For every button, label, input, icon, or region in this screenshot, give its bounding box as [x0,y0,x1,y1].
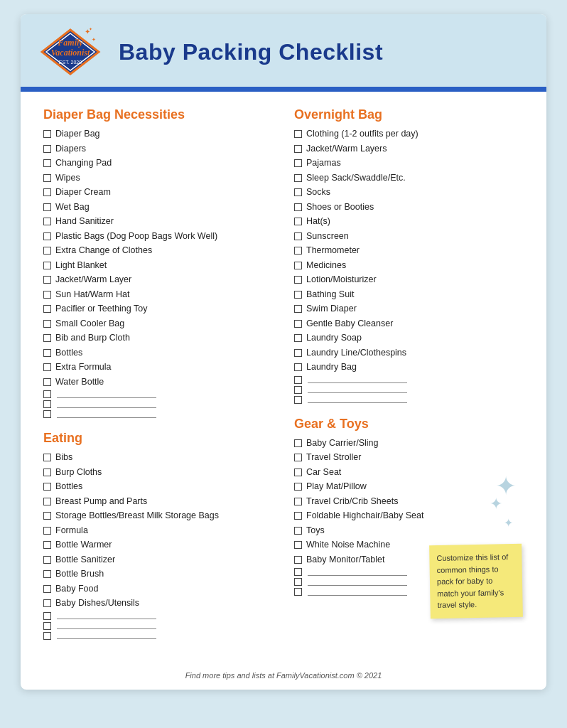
list-item: Sunscreen [294,230,524,243]
checkbox[interactable] [43,349,51,357]
checkbox[interactable] [43,498,51,505]
checkbox[interactable] [43,145,51,153]
checkbox[interactable] [294,498,302,505]
checkbox[interactable] [43,188,51,196]
checkbox[interactable] [294,218,302,225]
checkbox[interactable] [294,334,302,342]
checkbox[interactable] [294,578,302,586]
checkbox[interactable] [43,174,51,182]
blank-field[interactable] [308,589,407,596]
checkbox[interactable] [294,291,302,299]
list-item: Wipes [43,172,273,185]
checkbox[interactable] [43,585,51,593]
blank-field[interactable] [57,401,156,408]
list-item: Car Seat [294,466,524,479]
checkbox[interactable] [43,622,51,630]
checkbox[interactable] [294,376,302,384]
checkbox[interactable] [294,541,302,549]
checkbox[interactable] [43,378,51,386]
list-item: Travel Stroller [294,451,524,464]
checkbox[interactable] [43,469,51,476]
checkbox[interactable] [43,334,51,342]
checkbox[interactable] [43,276,51,284]
checkbox[interactable] [43,541,51,549]
checkbox[interactable] [294,276,302,284]
checkbox[interactable] [43,159,51,167]
checkbox[interactable] [43,483,51,491]
list-item: Bottle Brush [43,568,273,581]
checkbox[interactable] [294,320,302,328]
checkbox[interactable] [43,390,51,398]
blank-field[interactable] [57,391,156,398]
blank-field[interactable] [57,622,156,629]
checkbox[interactable] [43,363,51,371]
checkbox[interactable] [43,400,51,408]
checkbox[interactable] [43,612,51,620]
list-item: Bib and Burp Cloth [43,332,273,345]
checkbox[interactable] [294,159,302,167]
checkbox[interactable] [294,386,302,394]
checkbox[interactable] [43,320,51,328]
checkbox[interactable] [43,130,51,138]
checkbox[interactable] [43,632,51,640]
list-item [294,386,524,394]
checkbox[interactable] [294,247,302,255]
list-item: Baby Carrier/Sling [294,437,524,450]
list-item: Toys [294,525,524,537]
list-item: Wet Bag [43,201,273,214]
checkbox[interactable] [43,232,51,240]
blank-field[interactable] [308,569,407,576]
checkbox[interactable] [43,556,51,564]
blank-field[interactable] [308,386,407,393]
svg-text:Family: Family [57,38,83,48]
checkbox[interactable] [43,599,51,607]
blank-field[interactable] [308,376,407,383]
checkbox[interactable] [294,203,302,211]
checkbox[interactable] [294,439,302,447]
checkbox[interactable] [294,454,302,461]
list-item: Diaper Bag [43,128,273,141]
checkbox[interactable] [294,483,302,491]
checkbox[interactable] [43,570,51,578]
diaper-bag-section: Diaper Bag Necessities Diaper Bag Diaper… [43,107,273,418]
checkbox[interactable] [294,262,302,269]
checkbox[interactable] [294,145,302,153]
checkbox[interactable] [294,568,302,576]
eating-section: Eating Bibs Burp Cloths Bottles Breast P… [43,431,273,640]
list-item: Gentle Baby Cleanser [294,318,524,331]
checkbox[interactable] [294,188,302,196]
checkbox[interactable] [294,512,302,520]
checkbox[interactable] [43,454,51,461]
list-item: Play Mat/Pillow [294,481,524,493]
blank-field[interactable] [57,612,156,619]
blank-field[interactable] [57,632,156,639]
checkbox[interactable] [43,291,51,299]
checkbox[interactable] [43,247,51,255]
checkbox[interactable] [294,174,302,182]
list-item [43,612,273,620]
list-item: Plastic Bags (Dog Poop Bags Work Well) [43,230,273,243]
checkbox[interactable] [294,469,302,476]
list-item: Laundry Line/Clothespins [294,347,524,360]
checkbox[interactable] [294,396,302,404]
blank-field[interactable] [308,579,407,586]
checkbox[interactable] [43,410,51,418]
checkbox[interactable] [294,130,302,138]
checkbox[interactable] [43,305,51,313]
list-item: Laundry Bag [294,361,524,374]
list-item: Swim Diaper [294,303,524,316]
checkbox[interactable] [294,232,302,240]
checkbox[interactable] [43,527,51,535]
checkbox[interactable] [294,527,302,535]
checkbox[interactable] [43,262,51,269]
checkbox[interactable] [294,588,302,596]
checkbox[interactable] [294,349,302,357]
blank-field[interactable] [308,396,407,403]
checkbox[interactable] [294,556,302,564]
blank-field[interactable] [57,411,156,418]
checkbox[interactable] [294,305,302,313]
checkbox[interactable] [43,512,51,520]
checkbox[interactable] [43,203,51,211]
checkbox[interactable] [294,363,302,371]
checkbox[interactable] [43,218,51,225]
